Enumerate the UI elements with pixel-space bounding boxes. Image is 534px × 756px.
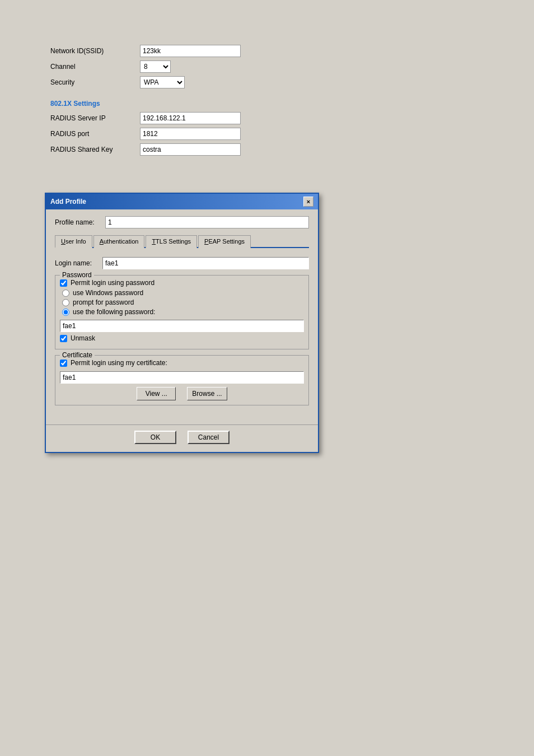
security-select[interactable]: WPA WEP None <box>140 76 185 88</box>
tab-content-user-info: Login name: Password Permit login using … <box>55 255 309 413</box>
tab-peap-settings[interactable]: PEAP Settings <box>198 235 251 248</box>
network-id-input[interactable] <box>140 45 241 57</box>
radius-port-label: RADIUS port <box>50 130 140 138</box>
close-button[interactable]: × <box>303 197 313 207</box>
profile-name-input[interactable] <box>105 216 309 228</box>
tab-authentication-label: Authentication <box>100 238 139 245</box>
dialog-title: Add Profile <box>50 198 86 206</box>
certificate-group: Certificate Permit login using my certif… <box>55 355 309 405</box>
channel-select[interactable]: 8 <box>140 60 171 73</box>
tab-peap-label: PEAP Settings <box>204 238 245 245</box>
cert-buttons: View ... Browse ... <box>60 387 304 400</box>
use-windows-password-label: use Windows password <box>73 289 143 297</box>
radius-port-row: RADIUS port <box>50 128 484 140</box>
permit-password-label: Permit login using password <box>71 279 154 287</box>
channel-row: Channel 8 <box>50 60 484 73</box>
top-form: Network ID(SSID) Channel 8 Security WPA … <box>45 34 489 170</box>
tab-ttls-label: TTLS Settings <box>152 238 191 245</box>
unmask-row: Unmask <box>60 334 304 342</box>
password-group: Password Permit login using password use… <box>55 275 309 349</box>
use-following-password-row: use the following password: <box>60 308 304 316</box>
add-profile-dialog: Add Profile × Profile name: User Info Au… <box>45 193 319 453</box>
login-name-label: Login name: <box>55 259 102 267</box>
ok-button[interactable]: OK <box>134 431 176 444</box>
security-label: Security <box>50 78 140 86</box>
radius-server-input[interactable] <box>140 112 241 124</box>
unmask-checkbox[interactable] <box>60 335 67 342</box>
radius-port-input[interactable] <box>140 128 241 140</box>
prompt-password-row: prompt for password <box>60 298 304 306</box>
dialog-titlebar: Add Profile × <box>46 194 318 209</box>
unmask-label: Unmask <box>71 334 95 342</box>
radius-section-title: 802.1X Settings <box>50 100 484 108</box>
permit-password-checkbox[interactable] <box>60 279 67 287</box>
certificate-legend: Certificate <box>60 351 95 359</box>
prompt-password-radio[interactable] <box>62 299 69 306</box>
permit-password-row: Permit login using password <box>60 279 304 287</box>
login-name-row: Login name: <box>55 257 309 269</box>
radius-key-label: RADIUS Shared Key <box>50 146 140 153</box>
use-windows-password-row: use Windows password <box>60 289 304 297</box>
radius-server-row: RADIUS Server IP <box>50 112 484 124</box>
tab-user-info[interactable]: User Info <box>55 235 92 248</box>
profile-name-row: Profile name: <box>55 216 309 228</box>
permit-cert-row: Permit login using my certificate: <box>60 359 304 367</box>
dialog-footer: OK Cancel <box>46 424 318 452</box>
cert-input[interactable] <box>60 371 304 384</box>
browse-button[interactable]: Browse ... <box>187 387 227 400</box>
tab-ttls-settings[interactable]: TTLS Settings <box>146 235 197 248</box>
tabs-container: User Info Authentication TTLS Settings P… <box>55 234 309 248</box>
radius-key-input[interactable] <box>140 143 241 156</box>
radius-key-row: RADIUS Shared Key <box>50 143 484 156</box>
permit-cert-checkbox[interactable] <box>60 360 67 367</box>
use-windows-password-radio[interactable] <box>62 290 69 297</box>
use-following-password-label: use the following password: <box>73 308 155 316</box>
password-input[interactable] <box>60 320 304 332</box>
use-following-password-radio[interactable] <box>62 309 69 316</box>
prompt-password-label: prompt for password <box>73 298 134 306</box>
dialog-overlay: Add Profile × Profile name: User Info Au… <box>45 193 489 453</box>
security-row: Security WPA WEP None <box>50 76 484 88</box>
cancel-button[interactable]: Cancel <box>188 431 229 444</box>
permit-cert-label: Permit login using my certificate: <box>71 359 167 367</box>
view-button[interactable]: View ... <box>137 387 176 400</box>
channel-label: Channel <box>50 63 140 71</box>
login-name-input[interactable] <box>102 257 309 269</box>
tab-authentication[interactable]: Authentication <box>93 235 145 248</box>
network-id-row: Network ID(SSID) <box>50 45 484 57</box>
tab-user-info-label: User Info <box>61 238 86 245</box>
network-id-label: Network ID(SSID) <box>50 47 140 55</box>
radius-server-label: RADIUS Server IP <box>50 114 140 122</box>
password-legend: Password <box>60 271 94 279</box>
profile-name-label: Profile name: <box>55 218 105 226</box>
dialog-body: Profile name: User Info Authentication T… <box>46 209 318 420</box>
